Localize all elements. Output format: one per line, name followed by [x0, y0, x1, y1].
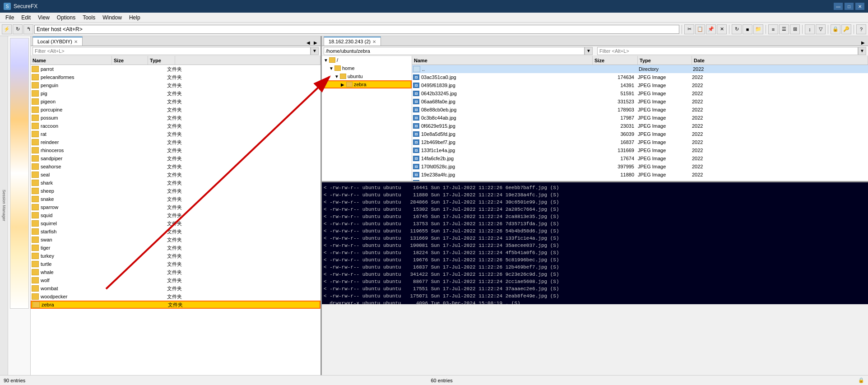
menu-tools[interactable]: Tools	[79, 14, 99, 22]
toolbar-paste[interactable]: 📌	[706, 24, 716, 34]
left-file-row[interactable]: tiger 文件夹	[31, 244, 320, 252]
right-file-row[interactable]: 🖼 03ac351ca0.jpg 174634 JPEG Image 2022	[412, 73, 868, 81]
toolbar-cut[interactable]: ✂	[684, 24, 694, 34]
left-tab-prev[interactable]: ◀	[305, 39, 311, 46]
right-file-row[interactable]: 🖼 0f6629e915.jpg 23031 JPEG Image 2022	[412, 122, 868, 130]
right-file-row[interactable]: 🖼 0495f61839.jpg 14391 JPEG Image 2022	[412, 81, 868, 89]
left-tab-close[interactable]: ✕	[74, 39, 78, 44]
left-col-type[interactable]: Type	[148, 56, 175, 65]
left-file-row[interactable]: sandpiper 文件夹	[31, 154, 320, 162]
left-filter-btn[interactable]: ▼	[311, 47, 319, 55]
menu-edit[interactable]: Edit	[18, 14, 34, 22]
right-tab-close[interactable]: ✕	[372, 39, 376, 44]
left-file-row[interactable]: sparrow 文件夹	[31, 203, 320, 211]
menu-help[interactable]: Help	[125, 14, 144, 22]
left-file-row[interactable]: wolf 文件夹	[31, 276, 320, 284]
maximize-button[interactable]: □	[845, 3, 854, 10]
left-file-row[interactable]: porcupine 文件夹	[31, 106, 320, 114]
left-file-row[interactable]: pig 文件夹	[31, 89, 320, 97]
right-file-row[interactable]: 🖼 0c3b8c44ab.jpg 17987 JPEG Image 2022	[412, 114, 868, 122]
minimize-button[interactable]: —	[834, 3, 843, 10]
right-file-row[interactable]: 🖼 08e88cb0eb.jpg 178903 JPEG Image 2022	[412, 106, 868, 114]
left-tab-local[interactable]: Local (XYBDIY) ✕	[32, 37, 83, 46]
left-file-row[interactable]: starfish 文件夹	[31, 227, 320, 236]
menu-options[interactable]: Options	[53, 14, 79, 22]
left-file-row[interactable]: possum 文件夹	[31, 114, 320, 122]
right-path-dropdown[interactable]: ▼	[585, 47, 593, 55]
left-file-row[interactable]: rhinoceros 文件夹	[31, 146, 320, 154]
left-file-row[interactable]: parrot 文件夹	[31, 65, 320, 73]
left-file-row[interactable]: squid 文件夹	[31, 211, 320, 219]
menu-window[interactable]: Window	[99, 14, 125, 22]
right-file-row[interactable]: 🖼 0642b33245.jpg 51591 JPEG Image 2022	[412, 89, 868, 97]
right-file-row[interactable]: 🖼 10e8a5d5fd.jpg 36039 JPEG Image 2022	[412, 130, 868, 138]
left-col-name[interactable]: Name	[31, 56, 112, 65]
right-path-input[interactable]	[324, 47, 585, 55]
left-file-row[interactable]: wombat 文件夹	[31, 284, 320, 292]
left-file-row[interactable]: penguin 文件夹	[31, 81, 320, 89]
left-file-row[interactable]: shark 文件夹	[31, 179, 320, 187]
toolbar-help[interactable]: ?	[856, 24, 866, 34]
right-file-row[interactable]: 🖼 1a3a28f74e.jpg 17427 JPEG Image 2022	[412, 179, 868, 181]
right-tab-next[interactable]: ▶	[860, 39, 866, 46]
toolbar-stop[interactable]: ■	[743, 24, 752, 34]
left-file-row[interactable]: sheep 文件夹	[31, 187, 320, 195]
toolbar-key[interactable]: 🔑	[841, 24, 851, 34]
left-file-row[interactable]: turtle 文件夹	[31, 260, 320, 268]
left-file-row[interactable]: woodpecker 文件夹	[31, 292, 320, 301]
left-file-row[interactable]: pigeon 文件夹	[31, 97, 320, 106]
right-col-date[interactable]: Date	[692, 56, 868, 65]
tree-item-ubuntu[interactable]: ▼ ubuntu	[322, 72, 412, 80]
right-file-row[interactable]: 🖼 14fa6cfe2b.jpg 17674 JPEG Image 2022	[412, 154, 868, 162]
left-file-row[interactable]: pelecaniformes 文件夹	[31, 73, 320, 81]
right-filter-input[interactable]	[597, 47, 858, 55]
toolbar-refresh[interactable]: ↻	[13, 24, 23, 34]
right-file-row[interactable]: 🖼 133f1c1e4a.jpg 131669 JPEG Image 2022	[412, 146, 868, 154]
toolbar-filter[interactable]: ▽	[816, 24, 826, 34]
left-file-row[interactable]: snake 文件夹	[31, 195, 320, 203]
toolbar-refresh2[interactable]: ↻	[732, 24, 742, 34]
tree-item-root[interactable]: ▼ /	[322, 56, 412, 64]
toolbar-detail[interactable]: ☰	[779, 24, 789, 34]
directory-tree[interactable]: ▼ / ▼ home ▼ ubuntu ▶	[322, 56, 412, 181]
right-filter-btn[interactable]: ▼	[858, 47, 866, 55]
toolbar-list[interactable]: ≡	[768, 24, 778, 34]
toolbar-sort[interactable]: ↕	[805, 24, 815, 34]
left-file-row[interactable]: seal 文件夹	[31, 171, 320, 179]
toolbar-grid[interactable]: ⊞	[790, 24, 800, 34]
left-file-list[interactable]: parrot 文件夹 pelecaniformes 文件夹 penguin 文件…	[31, 65, 320, 375]
left-file-row[interactable]: turkey 文件夹	[31, 252, 320, 260]
left-col-size[interactable]: Size	[112, 56, 148, 65]
toolbar-delete[interactable]: ✕	[717, 24, 727, 34]
left-file-row[interactable]: reindeer 文件夹	[31, 138, 320, 146]
right-col-type[interactable]: Type	[638, 56, 692, 65]
address-input[interactable]	[34, 25, 679, 34]
tree-item-home[interactable]: ▼ home	[322, 64, 412, 72]
left-file-row[interactable]: zebra 文件夹	[31, 301, 320, 309]
left-file-row[interactable]: seahorse 文件夹	[31, 162, 320, 171]
toolbar-copy[interactable]: 📋	[695, 24, 705, 34]
left-file-row[interactable]: raccoon 文件夹	[31, 122, 320, 130]
right-col-size[interactable]: Size	[593, 56, 638, 65]
toolbar-connect[interactable]: ⚡	[2, 24, 12, 34]
right-file-row[interactable]: .. Directory 2022	[412, 65, 868, 73]
right-file-row[interactable]: 🖼 19e238a4fc.jpg 11880 JPEG Image 2022	[412, 171, 868, 179]
log-pane[interactable]: < -rw-rw-r-- ubuntu ubuntu 16441 Sun 17-…	[322, 182, 868, 304]
left-filter-input[interactable]	[32, 47, 311, 55]
toolbar-lock[interactable]: 🔒	[831, 24, 840, 34]
left-file-row[interactable]: swan 文件夹	[31, 236, 320, 244]
right-file-row[interactable]: 🖼 170fd0528c.jpg 397995 JPEG Image 2022	[412, 162, 868, 171]
close-button[interactable]: ✕	[855, 3, 864, 10]
menu-view[interactable]: View	[34, 14, 53, 22]
tree-item-zebra[interactable]: ▶ zebra	[322, 80, 412, 88]
left-tab-next[interactable]: ▶	[312, 39, 319, 46]
toolbar-new-folder[interactable]: 📁	[753, 24, 763, 34]
right-file-list[interactable]: .. Directory 2022 🖼 03ac351ca0.jpg 17463…	[412, 65, 868, 181]
right-file-row[interactable]: 🖼 12b469bef7.jpg 16837 JPEG Image 2022	[412, 138, 868, 146]
toolbar-back[interactable]: ↰	[23, 24, 33, 34]
right-col-name[interactable]: Name	[412, 56, 593, 65]
left-file-row[interactable]: squirrel 文件夹	[31, 219, 320, 227]
right-tab-remote[interactable]: 18.162.230.243 (2) ✕	[324, 37, 381, 46]
left-file-row[interactable]: rat 文件夹	[31, 130, 320, 138]
menu-file[interactable]: File	[2, 14, 18, 22]
